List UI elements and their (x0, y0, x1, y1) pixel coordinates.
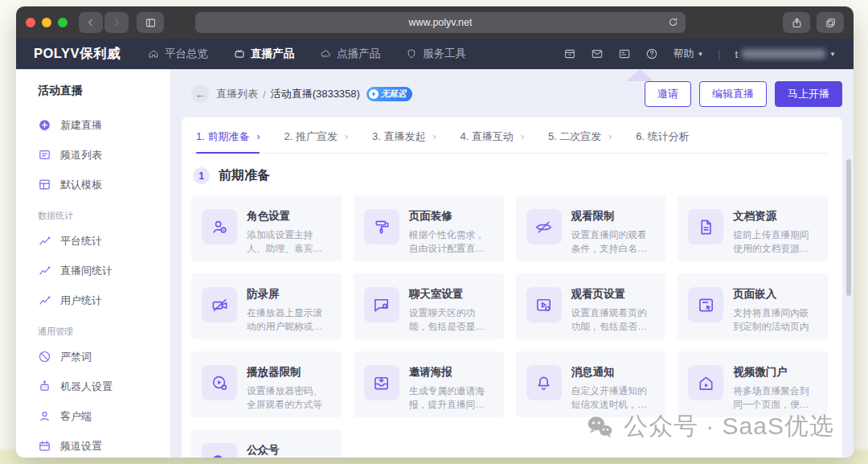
feature-card-5[interactable]: 防录屏在播放器上显示滚动的用户昵称或固定文字，达到防... (191, 273, 342, 339)
plus-circle-icon (38, 118, 51, 132)
account-menu[interactable]: t ▼ (735, 48, 836, 60)
minimize-window-button[interactable] (42, 18, 51, 27)
sidebar-item-0-1[interactable]: 频道列表 (38, 140, 170, 170)
card-description: 支持将直播间内嵌到定制的活动页内 (733, 306, 817, 334)
workflow-panel: 1. 前期准备›2. 推广宣发›3. 直播发起›4. 直播互动›5. 二次宣发›… (182, 117, 842, 458)
sidebar-item-1-0[interactable]: 平台统计 (38, 226, 170, 256)
watermark-text: 公众号 · SaaS优选 (624, 410, 834, 443)
chevron-down-icon: ▼ (829, 51, 836, 58)
feature-card-12[interactable]: 视频微门户将多场直播聚合到同一个页面，便于活动前期的宣发... (678, 351, 828, 417)
sidebar-toggle-button[interactable] (137, 12, 164, 33)
card-description: 添加或设置主持人、助理、嘉宾的信息，以及新增助... (247, 228, 331, 256)
feature-card-7[interactable]: 观看页设置设置直播观看页的功能，包括是否允许移动端观看等 (516, 273, 666, 339)
help-circle-icon[interactable] (645, 47, 658, 60)
tabs-icon (825, 17, 837, 29)
feature-card-2[interactable]: 页面装修根据个性化需求，自由设计配置直播间元素。支持自... (354, 195, 504, 261)
tab-step-2[interactable]: 2. 推广宣发› (284, 129, 347, 144)
section-heading: 1 前期准备 (193, 167, 828, 184)
feature-card-1[interactable]: 角色设置添加或设置主持人、助理、嘉宾的信息，以及新增助... (191, 195, 342, 261)
back-button[interactable] (79, 12, 103, 33)
card-title: 观看限制 (571, 209, 656, 224)
sidebar-item-2-1[interactable]: 机器人设置 (38, 372, 170, 401)
app-navbar: POLYV保利威 平台总览直播产品点播产品服务工具 帮助 ▼ | t ▼ (16, 39, 854, 69)
card-description: 将多场直播聚合到同一个页面，便于活动前期的宣发... (733, 384, 817, 412)
card-title: 页面装修 (409, 209, 493, 224)
chevron-right-icon: › (256, 131, 260, 142)
card-title: 聊天室设置 (409, 287, 493, 302)
sidebar-item-0-0[interactable]: 新建直播 (38, 110, 170, 140)
tab-step-4[interactable]: 4. 直播互动› (460, 129, 523, 144)
wechat-icon (202, 443, 237, 458)
browser-window: www.polyv.net POLYV保利威 平台总览直播产品点播产品服务工具 … (16, 6, 854, 458)
nav-item-2[interactable]: 直播产品 (234, 47, 294, 61)
nav-item-1[interactable]: 平台总览 (148, 47, 208, 61)
close-window-button[interactable] (26, 18, 35, 27)
chevron-right-icon: › (432, 131, 436, 142)
client-icon (38, 409, 51, 423)
anti-record-icon (202, 287, 237, 322)
sidebar-item-2-3[interactable]: 频道设置 (38, 431, 170, 458)
nav-item-4[interactable]: 服务工具 (406, 47, 466, 61)
video-portal-icon (688, 365, 723, 400)
tab-step-3[interactable]: 3. 直播发起› (372, 129, 436, 144)
player-limit-icon (202, 365, 237, 400)
feature-card-3[interactable]: 观看限制设置直播间的观看条件，支持白名单、报名观看、验... (516, 195, 666, 261)
tab-step-5[interactable]: 5. 二次宣发› (548, 129, 612, 144)
feature-card-13[interactable]: 公众号适用于直播间引流至公众号或客服，沉淀用户至私域... (191, 429, 342, 458)
scrollbar-thumb[interactable] (846, 159, 851, 296)
watch-limit-icon (526, 209, 562, 244)
header-button-2[interactable]: 编辑直播 (699, 81, 767, 107)
breadcrumb-parent[interactable]: 直播列表 (216, 87, 258, 101)
forward-button[interactable] (104, 12, 129, 33)
feature-card-4[interactable]: 文档资源提前上传直播期间使用的文档资源，减少直播中的失... (678, 195, 828, 261)
refresh-icon[interactable] (667, 16, 679, 28)
card-description: 根据个性化需求，自由设计配置直播间元素。支持自... (409, 228, 493, 256)
tab-step-6[interactable]: 6. 统计分析 (636, 129, 689, 144)
chart-icon (38, 234, 51, 248)
lightning-icon (369, 89, 379, 99)
decorative-triangle (626, 69, 653, 81)
feature-card-6[interactable]: 聊天室设置设置聊天区的功能，包括是否显示欢迎语、是否支持... (354, 273, 504, 339)
sidebar-item-2-0[interactable]: 严禁词 (38, 342, 170, 372)
console-icon[interactable] (618, 47, 631, 60)
nav-item-3[interactable]: 点播产品 (320, 47, 380, 61)
feature-card-10[interactable]: 邀请海报生成专属的邀请海报，提升直播间分享裂变的效果 (354, 351, 504, 417)
help-label: 帮助 (673, 47, 694, 61)
share-button[interactable] (783, 12, 810, 33)
feature-card-8[interactable]: 页面嵌入支持将直播间内嵌到定制的活动页内 (678, 273, 828, 339)
page-header: ← 直播列表 / 活动直播(3833358) 无延迟 邀请编辑直播马上开播 (182, 81, 842, 107)
tab-step-1[interactable]: 1. 前期准备› (196, 129, 260, 144)
page-embed-icon (688, 287, 723, 322)
back-circle-button[interactable]: ← (191, 85, 209, 103)
help-menu[interactable]: 帮助 ▼ (673, 47, 703, 61)
feature-card-11[interactable]: 消息通知自定义开播通知的短信发送时机，观众预约直播后，... (516, 351, 666, 417)
tab-overview-button[interactable] (817, 12, 844, 33)
chat-settings-icon (364, 287, 399, 322)
nav-divider: | (718, 48, 720, 60)
apps-box-icon[interactable] (563, 47, 576, 60)
role-settings-icon (202, 209, 237, 244)
feature-card-9[interactable]: 播放器限制设置播放器密码、全屏观看的方式等 (191, 351, 342, 417)
sidebar-group-label: 通用管理 (38, 326, 170, 338)
live-icon (234, 48, 245, 60)
sidebar-item-0-2[interactable]: 默认模板 (38, 170, 170, 199)
channel-list-icon (38, 148, 51, 162)
sidebar-item-1-2[interactable]: 用户统计 (38, 285, 170, 315)
robot-icon (38, 380, 51, 393)
mail-icon[interactable] (591, 47, 604, 60)
card-title: 邀请海报 (409, 365, 493, 380)
card-title: 页面嵌入 (733, 287, 817, 302)
header-button-1[interactable]: 邀请 (645, 81, 691, 107)
chevron-down-icon: ▼ (697, 51, 703, 58)
sidebar-item-2-2[interactable]: 客户端 (38, 401, 170, 431)
watermark: 公众号 · SaaS优选 (583, 410, 834, 443)
watch-page-icon (526, 287, 562, 322)
sidebar-item-1-1[interactable]: 直播间统计 (38, 256, 170, 285)
zoom-window-button[interactable] (58, 18, 68, 27)
sidebar-title: 活动直播 (38, 84, 170, 98)
card-title: 防录屏 (247, 287, 331, 302)
start-broadcast-button[interactable]: 马上开播 (775, 81, 842, 107)
document-icon (688, 209, 723, 244)
address-bar[interactable]: www.polyv.net (195, 12, 686, 33)
chart-icon (38, 294, 51, 307)
